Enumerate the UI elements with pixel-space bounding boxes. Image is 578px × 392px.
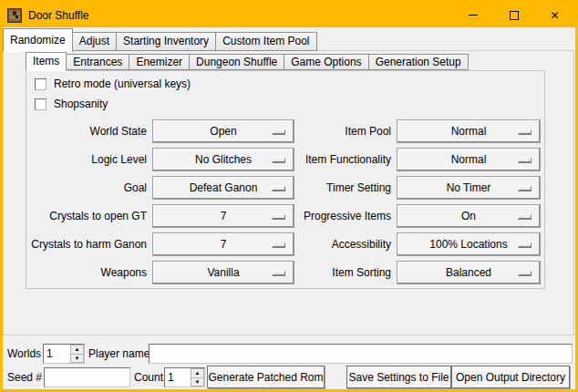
main-tab-bar: Randomize Adjust Starting Inventory Cust… [3, 27, 317, 51]
seed-input[interactable] [44, 367, 130, 387]
setting-label: Item Pool [294, 119, 397, 143]
dropdown-value: On [461, 210, 476, 222]
setting-label: Goal [26, 176, 152, 200]
dropdown-indicator-icon [272, 186, 285, 191]
dropdown-value: Normal [451, 153, 487, 166]
tab-adjust[interactable]: Adjust [72, 32, 117, 51]
player-names-input[interactable] [149, 344, 573, 364]
dropdown-value: 100% Locations [429, 238, 507, 251]
dropdown-indicator-icon [272, 158, 285, 163]
dropdown-value: 7 [221, 238, 227, 251]
count-spin-up-icon[interactable]: ▲ [191, 368, 204, 377]
goal-dropdown[interactable]: Defeat Ganon [152, 176, 294, 200]
checkbox-label: Shopsanity [54, 98, 108, 110]
minimize-icon [469, 15, 478, 15]
count-spin-down-icon[interactable]: ▼ [191, 377, 204, 387]
dropdown-indicator-icon [518, 158, 532, 163]
tab-items[interactable]: Items [26, 52, 67, 71]
setting-label: Crystals to harm Ganon [26, 232, 152, 256]
seed-label: Seed # [7, 367, 42, 387]
app-icon[interactable] [7, 8, 22, 23]
close-icon: ✕ [550, 10, 559, 21]
window-title: Door Shuffle [28, 9, 89, 22]
item-functionality-dropdown[interactable]: Normal [397, 148, 541, 171]
dropdown-indicator-icon [518, 186, 532, 191]
progressive-items-dropdown[interactable]: On [397, 204, 541, 228]
dropdown-value: Vanilla [207, 266, 239, 279]
maximize-button[interactable] [493, 3, 534, 27]
dropdown-indicator-icon [518, 214, 532, 220]
dropdown-indicator-icon [518, 271, 532, 276]
worlds-label: Worlds [7, 344, 41, 364]
item-pool-dropdown[interactable]: Normal [397, 119, 541, 143]
shopsanity-checkbox[interactable]: Shopsanity [35, 98, 108, 110]
close-button[interactable]: ✕ [534, 3, 575, 27]
setting-label: Progressive Items [294, 204, 397, 228]
dropdown-value: Balanced [446, 266, 491, 279]
setting-label: Weapons [26, 261, 152, 284]
player-names-label: Player names [88, 344, 155, 364]
tab-dungeon-shuffle[interactable]: Dungeon Shuffle [189, 54, 284, 70]
tab-enemizer[interactable]: Enemizer [129, 54, 190, 70]
tab-starting-inventory[interactable]: Starting Inventory [116, 32, 216, 51]
setting-label: Item Functionality [294, 148, 397, 171]
generate-patched-rom-button[interactable]: Generate Patched Rom [207, 366, 325, 388]
dropdown-indicator-icon [518, 242, 532, 248]
timer-setting-dropdown[interactable]: No Timer [397, 176, 541, 200]
maximize-icon [510, 11, 519, 20]
worlds-spinbox: ▲ ▼ [43, 344, 85, 364]
dropdown-value: No Glitches [195, 153, 252, 166]
dropdown-value: Normal [451, 125, 487, 138]
minimize-button[interactable] [452, 3, 493, 27]
checkbox-box-icon [35, 78, 46, 90]
dropdown-indicator-icon [272, 242, 285, 248]
dropdown-value: 7 [221, 210, 227, 222]
weapons-dropdown[interactable]: Vanilla [152, 261, 294, 284]
crystals-open-gt-dropdown[interactable]: 7 [152, 204, 294, 228]
dropdown-indicator-icon [272, 129, 285, 135]
worlds-input[interactable] [44, 345, 70, 363]
dropdown-value: Defeat Ganon [190, 181, 258, 194]
retro-mode-checkbox[interactable]: Retro mode (universal keys) [35, 77, 191, 90]
checkbox-box-icon [35, 98, 46, 110]
crystals-harm-ganon-dropdown[interactable]: 7 [152, 232, 294, 256]
setting-label: Item Sorting [294, 261, 397, 284]
sub-tab-bar: Items Entrances Enemizer Dungeon Shuffle… [26, 52, 469, 70]
tab-entrances[interactable]: Entrances [66, 54, 129, 70]
count-input[interactable] [165, 368, 191, 387]
dropdown-value: Open [210, 125, 236, 138]
world-state-dropdown[interactable]: Open [152, 119, 294, 143]
save-settings-button[interactable]: Save Settings to File [346, 366, 451, 388]
setting-label: Accessibility [294, 232, 397, 256]
tab-generation-setup[interactable]: Generation Setup [368, 54, 469, 70]
dropdown-indicator-icon [272, 214, 285, 220]
count-spinbox: ▲ ▼ [164, 367, 205, 387]
logic-level-dropdown[interactable]: No Glitches [152, 148, 294, 171]
accessibility-dropdown[interactable]: 100% Locations [397, 232, 541, 256]
open-output-directory-button[interactable]: Open Output Directory [451, 366, 570, 388]
setting-label: Crystals to open GT [26, 204, 152, 228]
dropdown-indicator-icon [272, 271, 285, 276]
setting-label: Timer Setting [294, 176, 397, 200]
setting-label: Logic Level [26, 148, 152, 171]
worlds-spin-down-icon[interactable]: ▼ [70, 354, 84, 364]
tab-game-options[interactable]: Game Options [284, 54, 368, 70]
settings-grid: World State Open Item Pool Normal Logic … [26, 119, 541, 284]
titlebar[interactable]: Door Shuffle ✕ [3, 3, 575, 27]
count-label: Count [134, 367, 163, 387]
dropdown-indicator-icon [518, 129, 532, 135]
item-sorting-dropdown[interactable]: Balanced [397, 261, 541, 284]
dropdown-value: No Timer [447, 181, 491, 194]
checkbox-label: Retro mode (universal keys) [54, 77, 191, 90]
app-window: Door Shuffle ✕ Randomize Adjust Starting… [0, 0, 578, 392]
tab-custom-item-pool[interactable]: Custom Item Pool [215, 32, 316, 51]
tab-randomize[interactable]: Randomize [3, 28, 73, 52]
worlds-spin-up-icon[interactable]: ▲ [70, 345, 84, 354]
setting-label: World State [26, 119, 152, 143]
